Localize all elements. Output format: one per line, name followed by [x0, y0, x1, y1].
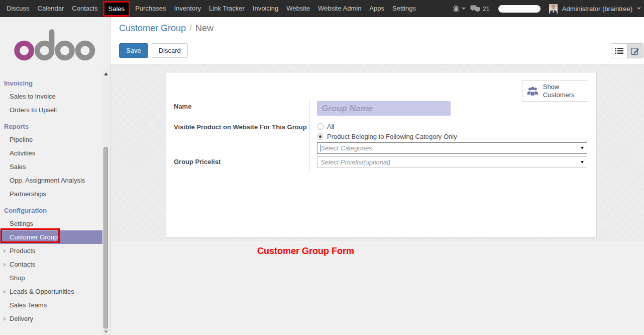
menu-label: Shop	[10, 274, 25, 282]
sidebar-item-contacts[interactable]: Contacts	[0, 258, 103, 271]
chevron-right-icon	[4, 263, 6, 267]
discard-button[interactable]: Discard	[152, 43, 188, 58]
menu-label: Delivery	[10, 315, 33, 322]
topbar-item-apps[interactable]: Apps	[365, 0, 388, 17]
avatar[interactable]	[549, 4, 558, 14]
avatar-image	[549, 4, 558, 14]
sidebar-section-reports: Reports	[0, 117, 103, 133]
show-customers-label: Show Customers	[543, 83, 583, 100]
menu-label: Products	[10, 247, 35, 255]
main-content: Customer Group/New Save Discard	[111, 17, 644, 335]
chevron-right-icon	[4, 290, 6, 294]
topbar-item-settings[interactable]: Settings	[388, 0, 420, 17]
menu-label: Pipeline	[10, 136, 33, 143]
radio-option-product-beloging-to-following-category-only[interactable]: Product Beloging to Following Category O…	[317, 133, 457, 140]
menu-label: Activities	[10, 149, 35, 157]
sidebar-item-delivery[interactable]: Delivery	[0, 312, 103, 325]
topbar-item-discuss[interactable]: Discuss	[3, 0, 34, 17]
user-menu[interactable]: Administrator (braintree)	[562, 5, 632, 13]
debug-menu[interactable]	[453, 5, 466, 13]
sidebar-item-customer-group[interactable]: Customer Group	[0, 230, 103, 244]
sidebar: InvoicingSales to InvoiceOrders to Upsel…	[0, 17, 111, 335]
menu-label: Sales Teams	[10, 301, 47, 309]
name-field-label: Name	[174, 103, 191, 110]
menu-label: Invoicing	[4, 79, 33, 87]
breadcrumb-current: New	[195, 23, 213, 33]
list-view-button[interactable]	[611, 43, 627, 58]
label-column-divider	[309, 99, 310, 172]
view-switcher	[611, 43, 643, 58]
show-customers-button[interactable]: Show Customers	[522, 80, 588, 102]
topbar-item-purchases[interactable]: Purchases	[131, 0, 170, 17]
radio-button[interactable]	[317, 123, 324, 130]
scroll-down-icon[interactable]	[104, 330, 108, 333]
edit-pencil-icon	[631, 47, 639, 55]
breadcrumb-parent[interactable]: Customer Group	[119, 23, 186, 33]
topbar-item-invoicing[interactable]: Invoicing	[249, 0, 282, 17]
pricelist-select[interactable]: Select Pricelist(optional)	[317, 156, 587, 168]
menu-label: Reports	[4, 123, 29, 130]
caption-area: Customer Group Form	[111, 241, 644, 335]
sidebar-item-activities[interactable]: Activities	[0, 146, 103, 160]
radio-label: All	[327, 123, 334, 130]
menu-label: Configuration	[4, 207, 47, 214]
chevron-right-icon	[4, 249, 6, 253]
chat-icon	[470, 5, 480, 13]
sidebar-item-settings[interactable]: Settings	[0, 217, 103, 230]
sidebar-item-partnerships[interactable]: Partnerships	[0, 187, 103, 201]
menu-label: Customer Group	[10, 233, 58, 241]
message-count: 21	[482, 5, 489, 13]
topbar-item-calendar[interactable]: Calendar	[34, 0, 68, 17]
customers-group-icon	[527, 85, 539, 97]
categories-select[interactable]: Select Categories	[317, 142, 587, 154]
sidebar-item-products[interactable]: Products	[0, 244, 103, 258]
sidebar-item-orders-to-upsell[interactable]: Orders to Upsell	[0, 103, 103, 117]
messages-indicator[interactable]: 21	[470, 5, 489, 13]
menu-label: Sales to Invoice	[10, 93, 56, 100]
menu-label: Sales	[10, 163, 26, 171]
topbar-item-website-admin[interactable]: Website Admin	[314, 0, 365, 17]
radio-option-all[interactable]: All	[317, 123, 457, 130]
form-view-button[interactable]	[627, 43, 643, 58]
visible-product-label: Visible Product on Website For This Grou…	[174, 123, 307, 131]
scrollbar-thumb[interactable]	[103, 147, 108, 328]
sidebar-item-shop[interactable]: Shop	[0, 271, 103, 285]
odoo-logo[interactable]	[0, 17, 110, 73]
group-name-input[interactable]	[317, 101, 451, 116]
radio-button[interactable]	[317, 133, 324, 140]
sidebar-item-sales-to-invoice[interactable]: Sales to Invoice	[0, 90, 103, 103]
chevron-down-icon	[637, 8, 641, 10]
save-button[interactable]: Save	[119, 43, 148, 58]
sidebar-item-sales[interactable]: Sales	[0, 160, 103, 174]
sidebar-section-invoicing: Invoicing	[0, 73, 103, 90]
topbar-item-inventory[interactable]: Inventory	[170, 0, 205, 17]
dropdown-caret-icon	[581, 147, 584, 149]
scroll-up-icon[interactable]	[104, 72, 108, 75]
odoo-logo-image	[13, 28, 98, 61]
visible-product-radios: AllProduct Beloging to Following Categor…	[317, 123, 457, 143]
topbar-item-link-tracker[interactable]: Link Tracker	[205, 0, 249, 17]
control-panel: Customer Group/New Save Discard	[111, 17, 644, 64]
topbar-menu: DiscussCalendarContactsSalesPurchasesInv…	[0, 0, 420, 17]
form-sheet: Show Customers Name Visible Product on W…	[166, 72, 597, 238]
sidebar-item-pipeline[interactable]: Pipeline	[0, 133, 103, 146]
sidebar-scrollbar[interactable]	[102, 68, 110, 335]
topbar-item-website[interactable]: Website	[282, 0, 314, 17]
menu-label: Partnerships	[10, 190, 46, 198]
sidebar-item-leads-opportunities[interactable]: Leads & Opportunities	[0, 285, 103, 298]
sidebar-menu: InvoicingSales to InvoiceOrders to Upsel…	[0, 73, 103, 325]
topbar-item-contacts[interactable]: Contacts	[68, 0, 101, 17]
form-area: Show Customers Name Visible Product on W…	[111, 64, 644, 240]
list-icon	[615, 47, 623, 54]
menu-label: Orders to Upsell	[10, 106, 57, 114]
breadcrumb-separator: /	[189, 23, 192, 33]
sidebar-item-opp-assignment-analysis[interactable]: Opp. Assignment Analysis	[0, 174, 103, 187]
bug-icon	[453, 5, 460, 13]
menu-label: Leads & Opportunities	[10, 288, 74, 295]
chevron-down-icon	[462, 8, 466, 10]
topbar-item-sales[interactable]: Sales	[103, 1, 131, 17]
sidebar-item-sales-teams[interactable]: Sales Teams	[0, 298, 103, 312]
group-pricelist-label: Group Pricelist	[174, 158, 221, 165]
caption-text: Customer Group Form	[257, 246, 354, 257]
radio-label: Product Beloging to Following Category O…	[327, 133, 457, 140]
